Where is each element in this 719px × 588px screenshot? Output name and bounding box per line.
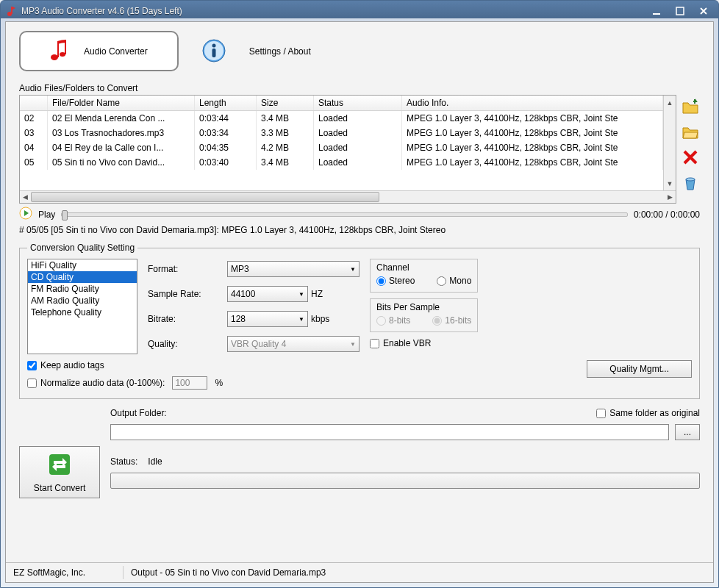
table-row[interactable]: 0303 Los Trasnochadores.mp30:03:343.3 MB… [20, 126, 663, 140]
play-label[interactable]: Play [38, 209, 55, 220]
sample-rate-label: Sample Rate: [148, 289, 221, 299]
bitrate-unit: kbps [311, 314, 329, 324]
quality-mgmt-button[interactable]: Quality Mgmt... [587, 360, 692, 378]
chevron-down-icon: ▼ [350, 266, 356, 273]
bits-16-radio: 16-bits [432, 315, 471, 326]
play-slider-thumb[interactable] [62, 210, 68, 220]
vbr-quality-combo: VBR Quality 4▼ [227, 336, 360, 352]
close-button[interactable] [693, 4, 714, 18]
table-row[interactable]: 0404 El Rey de la Calle con I...0:04:354… [20, 140, 663, 155]
start-convert-label: Start Convert [34, 483, 86, 493]
bits-title: Bits Per Sample [376, 302, 471, 312]
bits-group: Bits Per Sample 8-bits 16-bits [370, 298, 478, 332]
chevron-down-icon: ▼ [298, 316, 304, 323]
table-row[interactable]: 0505 Sin ti no Vivo con David...0:03:403… [20, 155, 663, 170]
main-toolbar: Audio Converter Settings / About [19, 31, 700, 71]
svg-point-6 [60, 52, 65, 57]
minimize-button[interactable] [646, 4, 667, 18]
quality-preset-item[interactable]: Telephone Quality [28, 306, 137, 318]
titlebar[interactable]: MP3 Audio Converter v4.6 (15 Days Left) [1, 1, 718, 21]
keep-tags-checkbox[interactable]: Keep audio tags [27, 360, 223, 370]
start-convert-button[interactable]: Start Convert [19, 446, 100, 498]
col-info[interactable]: Audio Info. [402, 96, 663, 110]
settings-about-button[interactable]: Settings / About [201, 38, 311, 65]
files-header: File/Folder Name Length Size Status Audi… [20, 96, 663, 111]
app-window: MP3 Audio Converter v4.6 (15 Days Left) … [0, 0, 719, 588]
play-slider[interactable] [61, 212, 628, 217]
quality-preset-item[interactable]: HiFi Quality [28, 259, 137, 271]
scroll-thumb[interactable] [31, 192, 379, 202]
svg-rect-1 [11, 7, 12, 14]
col-size[interactable]: Size [257, 96, 314, 110]
progress-bar [110, 473, 700, 489]
status-value: Idle [148, 456, 162, 467]
window-title: MP3 Audio Converter v4.6 (15 Days Left) [21, 6, 646, 16]
bitrate-label: Bitrate: [148, 314, 221, 324]
normalize-checkbox[interactable]: Normalize audio data (0-100%): [27, 378, 165, 388]
same-folder-checkbox[interactable]: Same folder as original [596, 408, 700, 418]
channel-mono-radio[interactable]: Mono [437, 276, 471, 286]
format-combo[interactable]: MP3▼ [227, 261, 360, 277]
svg-point-10 [212, 43, 215, 47]
normalize-unit: % [215, 378, 223, 388]
enable-vbr-checkbox[interactable]: Enable VBR [370, 338, 478, 348]
audio-converter-label: Audio Converter [84, 46, 148, 57]
current-file-info: # 05/05 [05 Sin ti no Vivo con David Dem… [19, 225, 700, 235]
format-label: Format: [148, 264, 221, 274]
col-name[interactable]: File/Folder Name [48, 96, 195, 110]
files-scrollbar-horizontal[interactable]: ◀ ▶ [20, 190, 676, 203]
chevron-down-icon: ▼ [298, 291, 304, 298]
files-scrollbar-vertical[interactable]: ▲ ▼ [663, 96, 676, 190]
channel-stereo-radio[interactable]: Stereo [376, 276, 415, 286]
output-folder-input[interactable] [110, 424, 669, 440]
scroll-right-icon[interactable]: ▶ [665, 192, 676, 203]
table-row[interactable]: 0202 El Menda Lerenda Con ...0:03:443.4 … [20, 111, 663, 126]
quality-preset-list[interactable]: HiFi QualityCD QualityFM Radio QualityAM… [27, 259, 137, 354]
quality-preset-item[interactable]: CD Quality [28, 271, 137, 283]
svg-point-12 [686, 178, 695, 181]
add-folder-button[interactable] [681, 123, 700, 142]
client-area: Audio Converter Settings / About Audio F… [5, 21, 714, 583]
sample-rate-combo[interactable]: 44100▼ [227, 286, 308, 302]
channel-group: Channel Stereo Mono [370, 259, 478, 293]
scroll-down-icon[interactable]: ▼ [665, 178, 676, 189]
svg-rect-2 [653, 13, 660, 15]
statusbar: EZ SoftMagic, Inc. Output - 05 Sin ti no… [6, 562, 713, 582]
sample-rate-unit: HZ [311, 289, 323, 299]
svg-point-4 [51, 54, 58, 60]
play-time: 0:00:00 / 0:00:00 [634, 209, 700, 220]
audio-converter-button[interactable]: Audio Converter [19, 31, 179, 71]
browse-button[interactable]: ... [675, 424, 700, 440]
quality-preset-item[interactable]: FM Radio Quality [28, 283, 137, 295]
status-label: Status: [110, 456, 137, 467]
col-index[interactable] [20, 96, 48, 110]
vbr-quality-label: Quality: [148, 339, 221, 349]
clear-all-button[interactable] [681, 173, 700, 192]
maximize-button[interactable] [670, 4, 690, 18]
statusbar-company: EZ SoftMagic, Inc. [6, 566, 124, 579]
files-listview[interactable]: File/Folder Name Length Size Status Audi… [19, 95, 676, 204]
svg-rect-3 [676, 7, 684, 15]
bitrate-combo[interactable]: 128▼ [227, 311, 308, 327]
info-icon [201, 38, 227, 65]
bits-8-radio: 8-bits [376, 315, 410, 326]
svg-rect-11 [212, 49, 215, 57]
statusbar-output: Output - 05 Sin ti no Vivo con David Dem… [124, 566, 713, 579]
output-folder-label: Output Folder: [110, 408, 167, 418]
remove-button[interactable] [681, 148, 700, 167]
settings-about-label: Settings / About [249, 46, 311, 57]
col-length[interactable]: Length [195, 96, 257, 110]
add-file-button[interactable] [681, 98, 700, 117]
files-section-label: Audio Files/Folders to Convert [19, 83, 700, 93]
quality-legend: Conversion Quality Setting [27, 243, 137, 253]
convert-arrows-icon [46, 451, 73, 480]
scroll-left-icon[interactable]: ◀ [20, 192, 31, 203]
quality-preset-item[interactable]: AM Radio Quality [28, 295, 137, 306]
chevron-down-icon: ▼ [350, 341, 356, 348]
normalize-value-input [172, 376, 207, 390]
play-icon[interactable] [19, 207, 32, 222]
files-side-toolbar [681, 95, 700, 204]
scroll-up-icon[interactable]: ▲ [665, 97, 676, 108]
col-status[interactable]: Status [314, 96, 402, 110]
format-settings: Format: MP3▼ Sample Rate: 44100▼ HZ Bitr… [148, 259, 360, 354]
